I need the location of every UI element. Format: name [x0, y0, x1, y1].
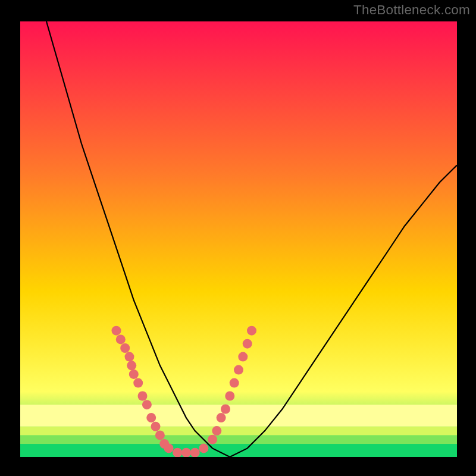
band: [20, 405, 457, 427]
marker-dot: [243, 339, 252, 349]
marker-dot: [238, 352, 248, 362]
plot-area: [20, 21, 457, 457]
band: [20, 427, 457, 436]
marker-dot: [181, 448, 191, 457]
marker-dot: [112, 326, 121, 336]
marker-dot: [225, 392, 234, 401]
plot-svg: [20, 21, 457, 457]
band: [20, 435, 457, 444]
marker-dot: [212, 426, 221, 436]
marker-dot: [127, 361, 136, 370]
band: [20, 444, 457, 457]
marker-dot: [173, 448, 182, 457]
marker-dot: [120, 343, 130, 353]
marker-dot: [247, 326, 256, 336]
marker-dot: [190, 448, 200, 457]
marker-dot: [138, 392, 148, 401]
marker-dot: [133, 378, 143, 388]
marker-dot: [146, 413, 156, 422]
marker-dot: [129, 369, 139, 379]
gradient-background: [20, 21, 457, 457]
marker-dot: [164, 443, 174, 453]
chart-frame: TheBottleneck.com: [0, 0, 476, 476]
marker-dot: [142, 400, 152, 409]
marker-dot: [199, 443, 208, 453]
marker-dot: [230, 378, 239, 388]
marker-dot: [155, 430, 165, 440]
marker-dot: [221, 405, 230, 414]
marker-dot: [217, 413, 226, 422]
marker-dot: [125, 352, 134, 362]
marker-dot: [116, 334, 126, 344]
bottom-color-bands: [20, 405, 457, 457]
marker-dot: [234, 365, 243, 375]
marker-dot: [208, 435, 217, 444]
marker-dot: [151, 422, 161, 431]
watermark-text: TheBottleneck.com: [353, 2, 470, 18]
